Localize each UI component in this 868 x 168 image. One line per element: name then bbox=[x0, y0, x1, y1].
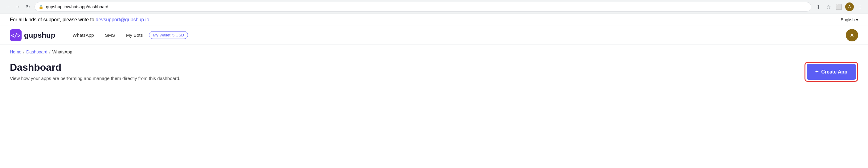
page-content: For all kinds of support, please write t… bbox=[0, 14, 868, 92]
browser-toolbar: ← → ↻ 🔒 gupshup.io/whatsapp/dashboard ⬆ … bbox=[0, 0, 868, 13]
dashboard-info: Dashboard View how your apps are perform… bbox=[10, 62, 180, 81]
create-app-label: Create App bbox=[821, 69, 847, 75]
nav-link-my-bots[interactable]: My Bots bbox=[121, 30, 148, 40]
breadcrumb-dashboard[interactable]: Dashboard bbox=[26, 49, 48, 54]
plus-icon: + bbox=[815, 68, 819, 75]
address-bar[interactable]: 🔒 gupshup.io/whatsapp/dashboard bbox=[34, 2, 811, 12]
wallet-badge[interactable]: My Wallet 5 USD bbox=[149, 31, 188, 39]
browser-chrome: ← → ↻ 🔒 gupshup.io/whatsapp/dashboard ⬆ … bbox=[0, 0, 868, 14]
logo-icon: </> bbox=[10, 29, 22, 41]
wallet-amount: 5 USD bbox=[172, 33, 184, 37]
browser-nav-buttons: ← → ↻ bbox=[4, 2, 32, 11]
dropdown-icon: ▾ bbox=[856, 17, 858, 22]
breadcrumb-current: WhatsApp bbox=[53, 49, 72, 54]
breadcrumb-home[interactable]: Home bbox=[10, 49, 21, 54]
dashboard-section: Dashboard View how your apps are perform… bbox=[0, 57, 868, 92]
forward-button[interactable]: → bbox=[13, 2, 22, 11]
main-nav: </> gupshup WhatsApp SMS My Bots My Wall… bbox=[0, 26, 868, 45]
support-text: For all kinds of support, please write t… bbox=[10, 17, 149, 23]
user-avatar[interactable]: A bbox=[846, 29, 858, 41]
browser-actions: ⬆ ☆ ⬜ A ⋮ bbox=[814, 2, 864, 11]
profile-avatar-browser[interactable]: A bbox=[845, 2, 854, 11]
reload-button[interactable]: ↻ bbox=[24, 2, 32, 11]
dashboard-title: Dashboard bbox=[10, 62, 180, 73]
breadcrumb-sep-1: / bbox=[23, 49, 24, 54]
wallet-label: My Wallet bbox=[153, 33, 170, 37]
logo-link[interactable]: </> gupshup bbox=[10, 29, 55, 41]
url-text: gupshup.io/whatsapp/dashboard bbox=[46, 4, 807, 9]
share-button[interactable]: ⬆ bbox=[814, 2, 823, 11]
lock-icon: 🔒 bbox=[38, 5, 43, 9]
svg-text:</>: </> bbox=[11, 32, 21, 38]
create-app-wrapper: + Create App bbox=[805, 62, 858, 82]
language-selector[interactable]: English ▾ bbox=[841, 17, 858, 22]
menu-button[interactable]: ⋮ bbox=[856, 2, 864, 11]
breadcrumb-section: Home / Dashboard / WhatsApp bbox=[0, 45, 868, 57]
support-banner: For all kinds of support, please write t… bbox=[0, 14, 868, 26]
nav-link-sms[interactable]: SMS bbox=[100, 30, 120, 40]
dashboard-subtitle: View how your apps are performing and ma… bbox=[10, 76, 180, 81]
support-email-link[interactable]: devsupport@gupshup.io bbox=[96, 17, 149, 22]
create-app-button[interactable]: + Create App bbox=[807, 64, 856, 80]
nav-links: WhatsApp SMS My Bots My Wallet 5 USD bbox=[67, 30, 846, 40]
support-message: For all kinds of support, please write t… bbox=[10, 17, 94, 22]
back-button[interactable]: ← bbox=[4, 2, 12, 11]
logo-text: gupshup bbox=[24, 31, 55, 39]
breadcrumb: Home / Dashboard / WhatsApp bbox=[10, 49, 858, 54]
language-label: English bbox=[841, 17, 855, 22]
nav-link-whatsapp[interactable]: WhatsApp bbox=[67, 30, 99, 40]
bookmark-button[interactable]: ☆ bbox=[824, 2, 833, 11]
pip-button[interactable]: ⬜ bbox=[835, 2, 843, 11]
breadcrumb-sep-2: / bbox=[49, 49, 51, 54]
